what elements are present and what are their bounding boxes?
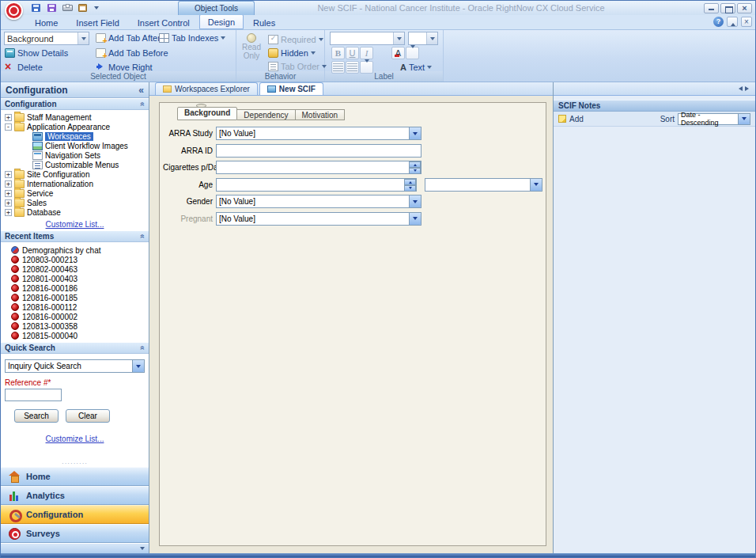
document-tab[interactable]: New SCIF: [259, 82, 323, 95]
customize-list-link[interactable]: Customize List...: [46, 435, 104, 443]
tree-item[interactable]: Navigation Sets: [1, 150, 149, 160]
tree-item[interactable]: Client Workflow Images: [1, 141, 149, 150]
spinner-up-button[interactable]: [409, 161, 421, 168]
quick-access-menu-button[interactable]: [93, 4, 100, 12]
search-button[interactable]: Search: [14, 409, 59, 423]
expand-toggle-icon[interactable]: +: [5, 190, 12, 197]
sidebar-splitter-handle[interactable]: [1, 460, 149, 467]
chevron-down-icon[interactable]: [409, 195, 421, 207]
add-tab-before-button[interactable]: Add Tab Before: [96, 47, 168, 59]
field-text-input[interactable]: [216, 144, 421, 158]
expand-toggle-icon[interactable]: [23, 161, 30, 169]
chevron-down-icon[interactable]: [140, 547, 145, 552]
required-button[interactable]: Required: [268, 33, 323, 46]
sort-combo[interactable]: Date - Descending: [678, 113, 750, 125]
save-button[interactable]: [29, 2, 43, 13]
recent-item[interactable]: 120816-000185: [1, 293, 149, 302]
ribbon-tab[interactable]: Insert Field: [67, 15, 127, 29]
align-left-button[interactable]: [331, 61, 345, 74]
add-note-button[interactable]: Add: [558, 115, 584, 123]
chevron-down-icon[interactable]: [409, 127, 421, 139]
recent-item[interactable]: 120802-000463: [1, 264, 149, 274]
customize-list-link[interactable]: Customize List...: [46, 220, 104, 229]
clear-button[interactable]: Clear: [66, 409, 110, 423]
oracle-logo-icon[interactable]: [5, 2, 23, 20]
workspace-tab[interactable]: Dependency: [237, 109, 295, 120]
recent-item[interactable]: Demographics by chat: [1, 245, 149, 255]
reference-number-input[interactable]: [5, 389, 62, 401]
nav-item[interactable]: Configuration: [1, 505, 149, 524]
field-dropdown[interactable]: [No Value]: [216, 212, 421, 226]
tree-item[interactable]: + Site Configuration: [1, 169, 149, 179]
chevron-down-icon[interactable]: [77, 32, 89, 44]
font-color-menu-button[interactable]: [406, 47, 419, 59]
delete-button[interactable]: Delete: [5, 61, 43, 74]
expand-toggle-icon[interactable]: [23, 152, 30, 159]
add-tab-after-button[interactable]: Add Tab After: [96, 32, 161, 44]
align-menu-button[interactable]: [360, 61, 373, 74]
chevron-down-icon[interactable]: [530, 179, 542, 191]
scroll-left-icon[interactable]: [736, 86, 743, 91]
nav-item[interactable]: Analytics: [1, 486, 149, 505]
section-header-quick-search[interactable]: Quick Search: [1, 342, 149, 354]
field-spinner-input[interactable]: [216, 161, 421, 174]
tree-item[interactable]: + Database: [1, 207, 149, 217]
text-button[interactable]: A Text: [400, 61, 432, 74]
collapse-panel-icon[interactable]: [138, 85, 144, 96]
chevron-down-icon[interactable]: [738, 114, 750, 124]
tree-item[interactable]: + Sales: [1, 198, 149, 207]
section-header-configuration[interactable]: Configuration: [1, 98, 149, 110]
help-icon[interactable]: [713, 17, 724, 27]
nav-item[interactable]: Home: [1, 467, 149, 486]
tree-item[interactable]: - Application Appearance: [1, 122, 149, 131]
document-tab[interactable]: Workspaces Explorer: [155, 82, 258, 95]
tab-order-button[interactable]: Tab Order: [268, 60, 327, 73]
ribbon-tab[interactable]: Insert Control: [129, 15, 198, 29]
maximize-button[interactable]: [720, 3, 735, 13]
recent-item[interactable]: 120803-000213: [1, 255, 149, 264]
save-close-button[interactable]: [45, 2, 59, 13]
tree-item[interactable]: + Internationalization: [1, 179, 149, 188]
recent-item[interactable]: 120815-000040: [1, 331, 149, 340]
close-document-icon[interactable]: [741, 17, 752, 27]
tree-item[interactable]: Workspaces: [1, 131, 149, 141]
font-color-button[interactable]: A: [391, 47, 405, 59]
expand-toggle-icon[interactable]: [23, 142, 30, 150]
chevron-down-icon[interactable]: [409, 213, 421, 225]
recent-item[interactable]: 120813-000358: [1, 321, 149, 331]
tree-item[interactable]: Customizable Menus: [1, 160, 149, 169]
font-family-combo[interactable]: [330, 32, 405, 45]
show-details-button[interactable]: Show Details: [5, 47, 68, 59]
field-extra-dropdown[interactable]: [425, 178, 542, 192]
chevron-down-icon[interactable]: [426, 32, 437, 44]
tree-item[interactable]: + Staff Management: [1, 112, 149, 122]
expand-toggle-icon[interactable]: +: [5, 171, 12, 178]
recent-item[interactable]: 120816-000112: [1, 302, 149, 312]
workspace-tab[interactable]: Background: [177, 107, 237, 120]
background-combo[interactable]: Background: [4, 32, 89, 45]
quick-search-type-combo[interactable]: Inquiry Quick Search: [5, 359, 145, 373]
workspace-design-surface[interactable]: Background Dependency Motivation ARRA St…: [159, 102, 546, 546]
read-only-button[interactable]: Read Only: [239, 31, 264, 70]
ribbon-tab[interactable]: Design: [199, 14, 244, 29]
move-right-button[interactable]: Move Right: [96, 61, 153, 74]
hidden-button[interactable]: Hidden: [268, 47, 316, 59]
spinner-down-button[interactable]: [409, 168, 421, 174]
expand-toggle-icon[interactable]: [23, 133, 30, 140]
scroll-right-icon[interactable]: [745, 86, 751, 91]
recent-item[interactable]: 120816-000002: [1, 312, 149, 321]
ribbon-tab[interactable]: Home: [26, 15, 66, 29]
notes-list-area[interactable]: [554, 127, 755, 553]
collapse-ribbon-icon[interactable]: [727, 17, 738, 27]
nav-item[interactable]: Surveys: [1, 524, 149, 543]
spinner-down-button[interactable]: [404, 185, 416, 192]
expand-toggle-icon[interactable]: +: [5, 114, 12, 121]
tab-indexes-button[interactable]: Tab Indexes: [159, 32, 225, 44]
close-button[interactable]: [737, 3, 752, 13]
bold-button[interactable]: B: [331, 47, 345, 59]
align-center-button[interactable]: [346, 61, 359, 74]
clipboard-button[interactable]: [77, 2, 90, 13]
font-size-combo[interactable]: [408, 32, 438, 45]
expand-toggle-icon[interactable]: -: [5, 123, 12, 131]
expand-toggle-icon[interactable]: +: [5, 209, 12, 216]
